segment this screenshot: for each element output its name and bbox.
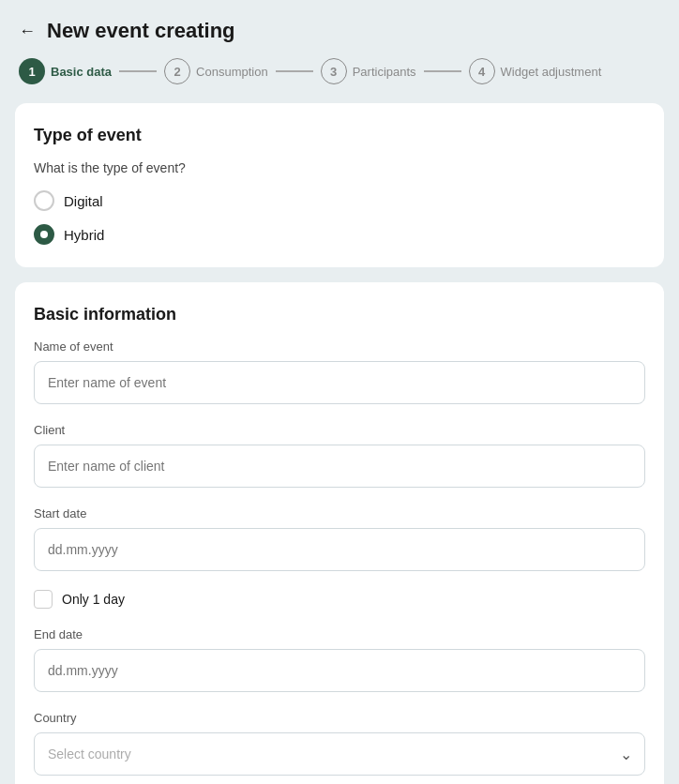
- checkbox-box-only-1-day: [34, 590, 53, 609]
- radio-outer-hybrid: [34, 224, 54, 245]
- type-of-event-card: Type of event What is the type of event?…: [15, 103, 664, 267]
- step-circle-1: 1: [19, 58, 45, 84]
- radio-hybrid[interactable]: Hybrid: [34, 224, 645, 245]
- country-select-wrapper: Select country ⌄: [34, 732, 645, 776]
- event-type-question: What is the type of event?: [34, 160, 645, 175]
- step-1[interactable]: 1 Basic data: [19, 58, 112, 84]
- step-label-1: Basic data: [51, 65, 112, 79]
- start-date-group: Start date: [34, 506, 645, 571]
- country-select[interactable]: Select country: [34, 732, 645, 776]
- step-circle-4: 4: [469, 58, 495, 84]
- basic-information-card: Basic information Name of event Client S…: [15, 282, 664, 784]
- type-of-event-title: Type of event: [34, 126, 645, 145]
- step-divider-2: [276, 70, 313, 72]
- name-of-event-label: Name of event: [34, 339, 645, 354]
- step-label-2: Consumption: [196, 65, 268, 79]
- content: Type of event What is the type of event?…: [0, 103, 679, 784]
- page-title: New event creating: [47, 19, 235, 43]
- client-input[interactable]: [34, 445, 645, 488]
- header: ← New event creating: [0, 0, 679, 58]
- client-group: Client: [34, 423, 645, 488]
- end-date-group: End date: [34, 627, 645, 692]
- step-label-3: Participants: [353, 65, 416, 79]
- radio-label-digital: Digital: [64, 193, 103, 209]
- basic-information-title: Basic information: [34, 305, 645, 324]
- radio-label-hybrid: Hybrid: [64, 227, 104, 243]
- step-label-4: Widget adjustment: [501, 65, 602, 79]
- step-circle-2: 2: [164, 58, 190, 84]
- client-label: Client: [34, 423, 645, 437]
- country-group: Country Select country ⌄: [34, 711, 645, 776]
- event-type-radio-group: Digital Hybrid: [34, 190, 645, 245]
- end-date-label: End date: [34, 627, 645, 641]
- radio-outer-digital: [34, 190, 54, 211]
- only-1-day-checkbox[interactable]: Only 1 day: [34, 590, 645, 609]
- country-label: Country: [34, 711, 645, 725]
- start-date-input[interactable]: [34, 528, 645, 571]
- only-1-day-label: Only 1 day: [62, 592, 125, 607]
- step-divider-3: [424, 70, 461, 72]
- stepper: 1 Basic data 2 Consumption 3 Participant…: [0, 58, 679, 103]
- step-4[interactable]: 4 Widget adjustment: [469, 58, 602, 84]
- step-3[interactable]: 3 Participants: [321, 58, 416, 84]
- end-date-input[interactable]: [34, 649, 645, 692]
- radio-inner-hybrid: [40, 231, 48, 238]
- back-button[interactable]: ←: [19, 22, 36, 41]
- step-circle-3: 3: [321, 58, 347, 84]
- radio-digital[interactable]: Digital: [34, 190, 645, 211]
- name-of-event-input[interactable]: [34, 361, 645, 404]
- step-2[interactable]: 2 Consumption: [164, 58, 268, 84]
- start-date-label: Start date: [34, 506, 645, 520]
- name-of-event-group: Name of event: [34, 339, 645, 404]
- step-divider-1: [119, 70, 157, 72]
